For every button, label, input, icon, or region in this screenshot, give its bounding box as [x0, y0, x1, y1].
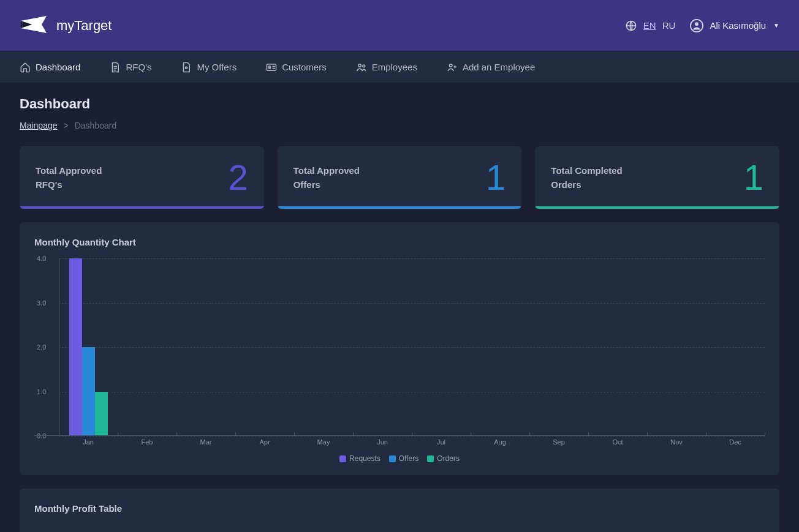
chart-x-mark	[588, 432, 589, 436]
nav-employees[interactable]: Employees	[356, 62, 417, 73]
svg-point-5	[269, 66, 271, 67]
legend-swatch	[389, 455, 396, 462]
users-icon	[356, 62, 367, 73]
nav-customers[interactable]: Customers	[266, 62, 327, 73]
nav-label: My Offers	[197, 62, 237, 72]
nav-label: Employees	[372, 62, 417, 72]
chart-x-mark	[176, 432, 177, 436]
stat-card-rfqs: Total Approved RFQ's 2	[20, 146, 264, 209]
logo-text: myTarget	[56, 18, 112, 34]
home-icon	[20, 62, 31, 73]
user-name: Ali Kasımoğlu	[710, 20, 766, 31]
breadcrumb-home[interactable]: Mainpage	[20, 121, 58, 130]
chart-legend: RequestsOffersOrders	[34, 454, 765, 463]
chart-y-tick: 0.0	[37, 432, 46, 440]
chart-bars	[59, 258, 765, 436]
legend-item: Requests	[339, 454, 381, 463]
svg-point-2	[695, 22, 699, 26]
stat-card-orders: Total Completed Orders 1	[535, 146, 779, 209]
monthly-quantity-chart: 4.03.02.01.00.0 JanFebMarAprMayJunJulAug…	[34, 258, 765, 460]
lang-ru[interactable]: RU	[662, 20, 676, 31]
id-card-icon	[266, 62, 277, 73]
chart-bar	[95, 392, 108, 436]
chart-x-mark	[353, 432, 354, 436]
chart-x-labels: JanFebMarAprMayJunJulAugSepOctNovDec	[59, 438, 765, 451]
legend-swatch	[339, 455, 346, 462]
user-avatar-icon	[690, 19, 703, 32]
chart-x-tick: Jul	[437, 438, 445, 446]
app-header: myTarget EN RU Ali Kasımoğlu ▼	[0, 0, 799, 51]
nav-label: RFQ's	[126, 62, 151, 72]
legend-label: Orders	[437, 454, 460, 463]
lang-en[interactable]: EN	[643, 20, 656, 31]
nav-rfqs[interactable]: RFQ's	[110, 62, 151, 73]
nav-label: Dashboard	[36, 62, 80, 72]
chart-y-tick: 4.0	[37, 255, 46, 262]
chart-panel: Monthly Quantity Chart 4.03.02.01.00.0 J…	[20, 222, 779, 475]
chevron-down-icon: ▼	[773, 22, 779, 29]
chart-x-mark	[529, 432, 530, 436]
svg-rect-4	[267, 64, 276, 70]
language-switcher: EN RU	[625, 20, 676, 32]
user-plus-icon	[447, 62, 458, 73]
chart-bar	[69, 258, 82, 436]
chart-x-tick: May	[317, 438, 330, 446]
document-icon	[110, 62, 121, 73]
nav-dashboard[interactable]: Dashboard	[20, 62, 80, 73]
chart-y-tick: 3.0	[37, 299, 46, 307]
main-nav: Dashboard RFQ's My Offers Customers Empl…	[0, 51, 799, 83]
chart-x-tick: Nov	[670, 438, 683, 446]
nav-add-employee[interactable]: Add an Employee	[447, 62, 535, 73]
chart-x-mark	[294, 432, 295, 436]
chart-title: Monthly Quantity Chart	[34, 237, 765, 247]
svg-point-8	[449, 64, 452, 67]
chart-x-mark	[765, 432, 765, 436]
stat-label: Total Completed Orders	[551, 163, 622, 192]
chart-x-mark	[647, 432, 648, 436]
chart-y-tick: 2.0	[37, 343, 46, 351]
nav-my-offers[interactable]: My Offers	[181, 62, 237, 73]
stat-label: Total Approved Offers	[293, 163, 360, 192]
chart-y-tick: 1.0	[37, 388, 46, 395]
page-title: Dashboard	[20, 96, 779, 112]
breadcrumb-sep: >	[64, 121, 69, 130]
stat-cards: Total Approved RFQ's 2 Total Approved Of…	[20, 146, 779, 209]
legend-swatch	[427, 455, 434, 462]
svg-point-3	[186, 67, 187, 69]
chart-x-tick: Oct	[612, 438, 623, 446]
chart-x-tick: Mar	[200, 438, 212, 446]
profit-title: Monthly Profit Table	[34, 503, 765, 514]
breadcrumb: Mainpage > Dashboard	[20, 121, 779, 130]
offer-icon	[181, 62, 192, 73]
stat-card-offers: Total Approved Offers 1	[278, 146, 522, 209]
chart-bar	[82, 347, 95, 436]
logo-icon	[20, 13, 50, 38]
app-logo[interactable]: myTarget	[20, 13, 112, 38]
chart-gridline	[59, 436, 765, 436]
legend-label: Offers	[399, 454, 418, 463]
chart-x-tick: Feb	[142, 438, 153, 446]
nav-label: Add an Employee	[463, 62, 535, 72]
chart-x-axis	[34, 435, 765, 436]
chart-x-mark	[235, 432, 236, 436]
legend-label: Requests	[349, 454, 381, 463]
stat-value: 2	[228, 160, 248, 195]
legend-item: Orders	[427, 454, 460, 463]
nav-label: Customers	[282, 62, 327, 72]
stat-label: Total Approved RFQ's	[36, 163, 102, 192]
chart-x-tick: Dec	[729, 438, 741, 446]
chart-x-tick: Apr	[259, 438, 270, 446]
chart-x-mark	[706, 432, 706, 436]
svg-point-6	[358, 64, 361, 67]
chart-x-mark	[412, 432, 412, 436]
svg-point-7	[363, 64, 365, 67]
breadcrumb-current: Dashboard	[75, 121, 117, 130]
chart-x-mark	[118, 432, 118, 436]
chart-x-tick: Jun	[377, 438, 388, 446]
chart-x-tick: Sep	[553, 438, 565, 446]
chart-x-tick: Jan	[83, 438, 94, 446]
user-menu[interactable]: Ali Kasımoğlu ▼	[690, 19, 779, 32]
chart-x-tick: Aug	[494, 438, 506, 446]
stat-value: 1	[744, 160, 763, 195]
legend-item: Offers	[389, 454, 418, 463]
